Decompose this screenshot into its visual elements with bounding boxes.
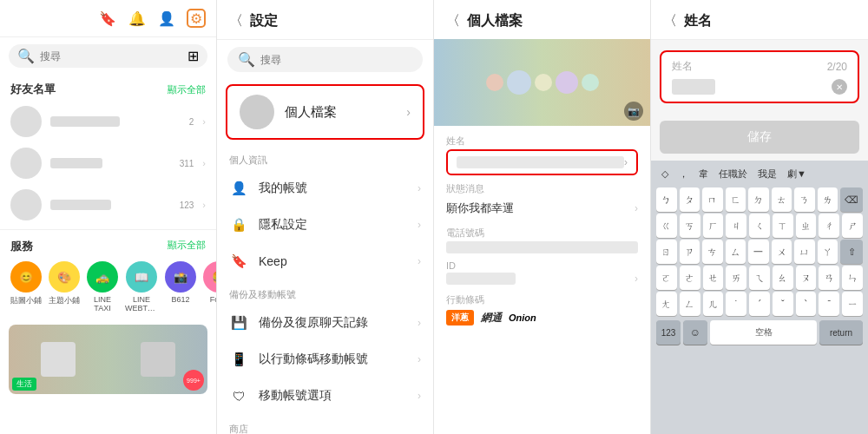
key-space[interactable]: 空格 [710, 320, 817, 345]
service-label: Food [210, 295, 216, 304]
gear-icon[interactable]: ⚙ [187, 9, 206, 28]
bookmark-icon[interactable]: 🔖 [98, 9, 117, 28]
key-num[interactable]: 123 [656, 320, 681, 345]
privacy-item[interactable]: 🔒 隱私設定 › [217, 207, 433, 243]
profile-menu-label: 個人檔案 [285, 104, 396, 121]
key-zh[interactable]: ㄓ [796, 214, 817, 238]
chat-search-bar[interactable]: 🔍 ⊞ [9, 44, 207, 68]
key-ch[interactable]: ㄔ [819, 214, 839, 238]
friend-item-2[interactable]: 311 › [0, 142, 216, 184]
service-icon: 😊 [10, 261, 42, 293]
service-icon: 📖 [126, 261, 157, 293]
key-j[interactable]: ㄐ [726, 214, 746, 238]
key-tone4[interactable]: ˋ [796, 292, 817, 316]
key-u[interactable]: ㄨ [772, 240, 792, 264]
transfer-options-item[interactable]: 🛡 移動帳號選項 › [217, 378, 433, 414]
back-button[interactable]: 〈 [663, 12, 677, 30]
key-return[interactable]: return [819, 320, 863, 345]
my-account-item[interactable]: 👤 我的帳號 › [217, 170, 433, 207]
key-en[interactable]: ㄣ [842, 266, 863, 290]
key-b[interactable]: ㄅ [656, 187, 677, 212]
key-x[interactable]: ㄒ [773, 214, 793, 238]
back-button[interactable]: 〈 [229, 12, 243, 30]
key-r[interactable]: ㄖ [656, 240, 677, 264]
settings-search-input[interactable] [260, 54, 412, 66]
service-b612[interactable]: 📸 B612 [165, 261, 196, 312]
service-food[interactable]: 🍔 Food [203, 261, 216, 312]
key-er[interactable]: ㄦ [703, 292, 724, 316]
key-g[interactable]: ㄍ [656, 214, 677, 238]
key-dot[interactable]: ˙ [726, 292, 746, 316]
keep-item[interactable]: 🔖 Keep › [217, 243, 433, 279]
back-button[interactable]: 〈 [446, 12, 460, 30]
settings-search-bar[interactable]: 🔍 [227, 47, 423, 72]
service-taxi[interactable]: 🚕 LINE TAXI [87, 261, 118, 312]
key-z[interactable]: ㄗ [680, 240, 700, 264]
profile-menu-item[interactable]: 個人檔案 › [226, 84, 424, 140]
service-theme[interactable]: 🎨 主題小鋪 [49, 261, 80, 312]
key-eh[interactable]: ㄝ [703, 266, 724, 290]
key-delete[interactable]: ⌫ [840, 187, 863, 212]
candidate-2[interactable]: 韋 [695, 166, 712, 182]
key-ai[interactable]: ㄞ [726, 266, 746, 290]
chat-panel: 🔖 🔔 👤 ⚙ 🔍 ⊞ 好友名單 顯示全部 2 › 311 › 123 › 服務… [0, 0, 217, 434]
key-t[interactable]: ㄊ [772, 187, 792, 212]
key-n[interactable]: ㄋ [794, 187, 815, 212]
key-yu[interactable]: ㄩ [794, 240, 815, 264]
account-icon: 👤 [229, 179, 248, 198]
candidate-5[interactable]: 劇▼ [784, 166, 810, 182]
key-l[interactable]: ㄌ [818, 187, 838, 212]
key-shift[interactable]: ⇧ [840, 240, 863, 264]
key-f[interactable]: ㄈ [726, 187, 746, 212]
key-ei[interactable]: ㄟ [749, 266, 770, 290]
candidate-0[interactable]: ◇ [658, 167, 672, 181]
service-webtoon[interactable]: 📖 LINE WEBTOO... [125, 261, 158, 312]
news-banner[interactable]: 生活 999+ [9, 325, 207, 394]
key-ang[interactable]: ㄤ [656, 292, 677, 316]
friend-item-3[interactable]: 123 › [0, 184, 216, 226]
key-eng[interactable]: ㄥ [680, 292, 700, 316]
key-a[interactable]: ㄚ [818, 240, 838, 264]
key-tone2[interactable]: ˊ [749, 292, 770, 316]
status-value[interactable]: 願你我都幸運 › [446, 197, 638, 220]
key-sh[interactable]: ㄕ [842, 214, 863, 238]
key-k[interactable]: ㄎ [680, 214, 700, 238]
candidate-3[interactable]: 任職於 [715, 166, 751, 182]
filter-icon[interactable]: ⊞ [187, 48, 199, 64]
service-icon: 🚕 [87, 261, 118, 293]
show-all-services-link[interactable]: 顯示全部 [168, 239, 206, 254]
chevron-right-icon: › [418, 219, 421, 231]
save-button[interactable]: 儲存 [660, 121, 859, 154]
key-c[interactable]: ㄘ [702, 240, 723, 264]
key-h[interactable]: ㄏ [703, 214, 724, 238]
key-emoji[interactable]: ☺ [683, 320, 707, 345]
key-o[interactable]: ㄛ [656, 266, 677, 290]
key-m[interactable]: ㄇ [702, 187, 723, 212]
name-current-value [672, 79, 715, 95]
candidate-1[interactable]: ， [675, 166, 692, 182]
person-icon[interactable]: 👤 [157, 9, 176, 28]
qr-transfer-item[interactable]: 📱 以行動條碼移動帳號 › [217, 341, 433, 378]
friend-item-1[interactable]: 2 › [0, 101, 216, 142]
profile-name-row[interactable]: › [446, 149, 638, 175]
camera-icon[interactable]: 📷 [624, 102, 643, 121]
key-tone1[interactable]: ˉ [819, 292, 839, 316]
key-e[interactable]: ㄜ [680, 266, 700, 290]
bell-icon[interactable]: 🔔 [128, 9, 147, 28]
key-q[interactable]: ㄑ [749, 214, 770, 238]
key-p[interactable]: ㄆ [680, 187, 700, 212]
key-d[interactable]: ㄉ [748, 187, 769, 212]
show-all-friends-link[interactable]: 顯示全部 [168, 83, 206, 96]
key-s[interactable]: ㄙ [726, 240, 746, 264]
candidate-4[interactable]: 我是 [754, 166, 780, 182]
chat-search-input[interactable] [40, 50, 182, 62]
key-i[interactable]: 一 [748, 240, 769, 264]
key-ao[interactable]: ㄠ [773, 266, 793, 290]
key-an[interactable]: ㄢ [819, 266, 839, 290]
clear-button[interactable]: ✕ [832, 79, 847, 95]
backup-item[interactable]: 💾 備份及復原聊天記錄 › [217, 305, 433, 341]
key-ou[interactable]: ㄡ [796, 266, 817, 290]
service-sticker[interactable]: 😊 貼圖小鋪 [10, 261, 42, 312]
key-tone3[interactable]: ˇ [773, 292, 793, 316]
key-yi[interactable]: ㄧ [842, 292, 863, 316]
